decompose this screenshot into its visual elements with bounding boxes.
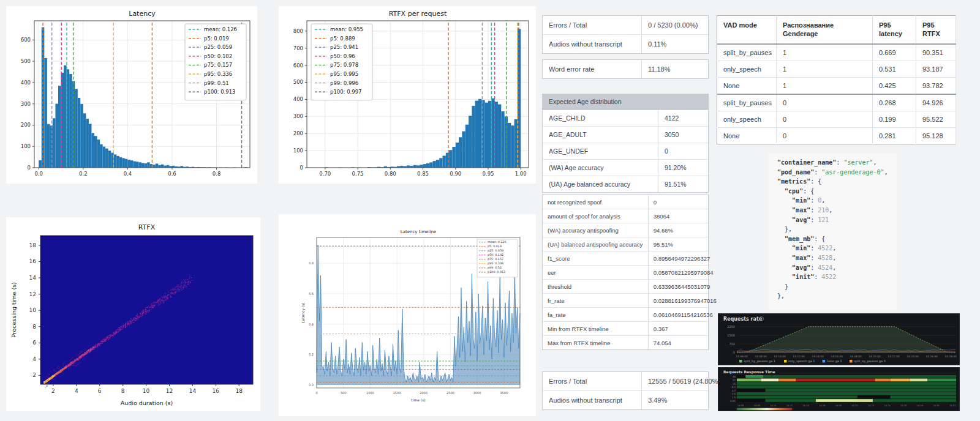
svg-text:none ga 1: none ga 1: [827, 359, 842, 363]
row-value: 0.8956494972296327: [649, 251, 715, 265]
code-line: "cpu": {: [777, 187, 897, 196]
svg-text:0.8: 0.8: [309, 261, 314, 265]
svg-text:14:20:00: 14:20:00: [869, 355, 881, 358]
svg-text:14:24: 14:24: [884, 404, 891, 407]
code-line: "min": 4522,: [777, 244, 897, 253]
latency-timeline-svg: 05001000150020002500300035000.00.20.40.6…: [279, 214, 536, 416]
row-label: eer: [543, 266, 649, 279]
row-value: 3.49%: [642, 391, 708, 409]
p95-latency-cell: 0.425: [873, 77, 916, 94]
svg-text:p75: 0.978: p75: 0.978: [330, 62, 358, 68]
row-value: 0 / 5230 (0.00%): [642, 16, 708, 34]
rtfx-heatmap-card: 2468101214161824681012141618RTFXAudio du…: [6, 217, 260, 411]
table-row: Audios without transcript 3.49%: [543, 390, 708, 409]
svg-text:14:14:00: 14:14:00: [812, 355, 824, 358]
svg-text:p75: 0.157: p75: 0.157: [488, 258, 503, 261]
svg-text:18: 18: [29, 242, 37, 248]
table-row: AGE_ADULT 3050: [543, 126, 708, 143]
table-row: Audios without transcript 0.11%: [543, 34, 708, 53]
requests-rate-svg: Requests ratei22501500750014:06:0014:08:…: [718, 314, 959, 365]
row-label: (UA) Age balanced accuracy: [543, 176, 658, 192]
svg-text:0.81: 0.81: [730, 400, 736, 403]
latency-timeline-card: 05001000150020002500300035000.00.20.40.6…: [279, 214, 536, 416]
row-label: AGE_UNDEF: [543, 143, 658, 159]
x-axis-label: Audio duration (s): [121, 400, 173, 406]
genderage-cell: 1: [777, 61, 873, 77]
p95-rtfx-cell: 93.782: [916, 77, 956, 94]
vad-mode-cell: only_speech: [717, 61, 777, 77]
svg-text:mean: 0.955: mean: 0.955: [330, 26, 363, 32]
row-value: 12555 / 50619 (24.80%): [642, 372, 726, 390]
svg-text:0.95: 0.95: [483, 171, 494, 177]
code-line: },: [777, 225, 897, 234]
legend: split_by_pauses ga 1only_speech ga 1none…: [739, 359, 886, 363]
svg-text:16: 16: [213, 388, 220, 394]
svg-text:0: 0: [28, 165, 31, 171]
svg-text:10: 10: [143, 388, 150, 394]
x-axis-label: time (s): [411, 398, 425, 402]
errors-total-table-bottom: Errors / Total 12555 / 50619 (24.80%) Au…: [542, 371, 709, 410]
vad-mode-cell: split_by_pauses: [717, 44, 777, 61]
svg-text:6: 6: [98, 388, 102, 394]
row-label: Max from RTFX timeline: [543, 336, 649, 349]
age-distribution-table: Expected Age distribution AGE_CHILD 4122…: [542, 94, 709, 193]
svg-text:p95: 0.336: p95: 0.336: [204, 71, 232, 77]
svg-text:split_by_pauses ga 1: split_by_pauses ga 1: [744, 359, 775, 363]
genderage-cell: 0: [777, 127, 873, 144]
grafana-requests-rate-panel: Requests ratei22501500750014:06:0014:08:…: [718, 313, 960, 365]
row-value: 0.028816199376947016: [649, 294, 722, 307]
svg-text:400: 400: [21, 80, 31, 86]
svg-text:14: 14: [189, 388, 197, 394]
svg-text:p99: 0.51: p99: 0.51: [204, 80, 229, 86]
svg-text:0.0: 0.0: [34, 171, 43, 177]
legend: mean: 0.955p5: 0.889p25: 0.941p50: 0.96p…: [311, 24, 372, 100]
svg-text:2.6: 2.6: [732, 392, 736, 395]
svg-text:750: 750: [729, 342, 735, 346]
row-label: Errors / Total: [543, 372, 642, 390]
svg-text:2: 2: [32, 372, 36, 378]
svg-text:300: 300: [21, 101, 31, 107]
row-label: threshold: [543, 280, 649, 293]
table-row: threshold0.6339636445031079: [543, 279, 708, 293]
svg-text:18: 18: [236, 388, 243, 394]
svg-text:10: 10: [29, 307, 37, 313]
svg-text:p25: 0.059: p25: 0.059: [488, 249, 503, 252]
row-label: AGE_CHILD: [543, 110, 658, 126]
svg-text:only_speech ga 1: only_speech ga 1: [788, 359, 815, 363]
svg-text:500: 500: [21, 58, 31, 64]
svg-text:0.8: 0.8: [213, 171, 221, 177]
svg-text:1000: 1000: [366, 391, 374, 395]
dashboard: 0.00.20.40.60.80100200300400500600Latenc…: [0, 0, 980, 421]
vad-mode-cell: None: [717, 127, 777, 144]
row-value: 0.6339636445031079: [649, 280, 715, 293]
svg-text:p100: 0.913: p100: 0.913: [488, 270, 505, 274]
svg-text:0: 0: [300, 165, 303, 171]
row-label: f1_score: [543, 251, 649, 265]
table-row: fr_rate0.028816199376947016: [543, 293, 708, 307]
svg-text:14:16:00: 14:16:00: [831, 355, 843, 358]
svg-text:14:24:00: 14:24:00: [907, 355, 919, 358]
p95-latency-cell: 0.669: [873, 44, 916, 61]
svg-text:p25: 0.941: p25: 0.941: [330, 44, 358, 50]
row-value: 4122: [658, 110, 708, 126]
row-value: 0.06104691154216536: [649, 308, 718, 321]
p95-latency-cell: 0.199: [873, 111, 916, 127]
svg-text:14:22: 14:22: [868, 404, 874, 407]
word-error-rate-table: Word error rate 11.18%: [542, 59, 709, 79]
row-label: fa_rate: [543, 308, 649, 321]
vad-table-row: None10.42593.782: [717, 77, 956, 94]
vad-table-row: None00.28195.128: [717, 127, 956, 144]
legend: mean: 0.126p5: 0.019p25: 0.059p50: 0.102…: [185, 24, 246, 100]
svg-text:p5: 0.019: p5: 0.019: [488, 245, 502, 248]
vad-mode-table: VAD mode Распознавание Genderage P95 lat…: [717, 15, 956, 144]
table-row: Min from RTFX timeline0.367: [543, 321, 708, 335]
rtfx-histogram-card: 0.700.750.800.850.900.951.00010020030040…: [279, 6, 536, 184]
svg-text:0: 0: [315, 391, 317, 395]
table-row: fa_rate0.06104691154216536: [543, 307, 708, 321]
code-line: "mem_mb": {: [777, 234, 897, 244]
rtfx-histogram-svg: 0.700.750.800.850.900.951.00010020030040…: [279, 6, 536, 184]
svg-text:14:12: 14:12: [786, 404, 793, 407]
panel-title: Requests Response Time: [723, 370, 775, 374]
svg-text:14:30: 14:30: [933, 404, 940, 407]
svg-text:600: 600: [293, 62, 303, 69]
